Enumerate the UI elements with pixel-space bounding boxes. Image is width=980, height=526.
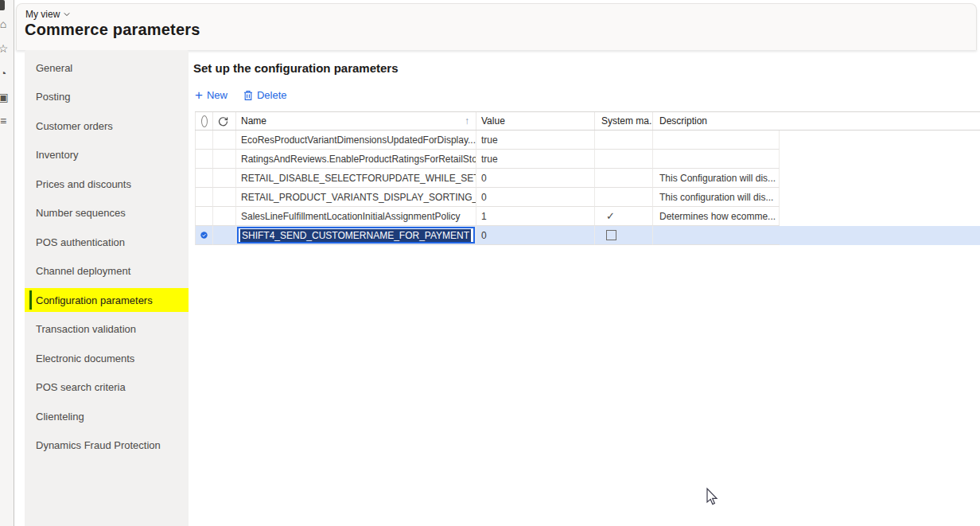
sidebar-item-inventory[interactable]: Inventory	[25, 143, 189, 167]
cell-description[interactable]: This Configuration will dis...	[653, 169, 780, 188]
cell-system-managed[interactable]	[595, 226, 653, 245]
cell-system-managed[interactable]	[595, 169, 653, 188]
column-header-system-managed-label: System ma...	[601, 115, 653, 127]
name-edit-input[interactable]: SHIFT4_SEND_CUSTOMERNAME_FOR_PAYMENT	[237, 227, 475, 244]
cell-name[interactable]: EcoResProductVariantDimensionsUpdatedFor…	[236, 131, 476, 150]
recent-clock-icon[interactable]: ◔	[0, 68, 12, 79]
sidebar-item-electronic-documents[interactable]: Electronic documents	[25, 346, 189, 370]
row-gutter-cell	[213, 169, 236, 188]
new-button-label: New	[207, 89, 228, 101]
sidebar-item-dynamics-fraud-protection[interactable]: Dynamics Fraud Protection	[25, 434, 189, 458]
row-selector-cell[interactable]	[195, 226, 213, 245]
table-row[interactable]: SalesLineFulfillmentLocationInitialAssig…	[195, 207, 980, 226]
sidebar-item-configuration-parameters[interactable]: Configuration parameters	[25, 288, 189, 312]
table-row[interactable]: RatingsAndReviews.EnableProductRatingsFo…	[195, 150, 980, 169]
cell-value[interactable]: 0	[476, 188, 595, 207]
column-header-system-managed[interactable]: System ma...	[595, 112, 653, 130]
column-header-name[interactable]: Name ↑	[236, 112, 476, 130]
cell-value[interactable]: true	[476, 150, 595, 169]
sidebar-nav: GeneralPostingCustomer ordersInventoryPr…	[25, 50, 189, 526]
row-gutter-cell	[213, 131, 236, 150]
sidebar-item-transaction-validation[interactable]: Transaction validation	[25, 318, 189, 341]
system-managed-checkbox[interactable]	[606, 230, 616, 240]
workspace-window-icon[interactable]: ▣	[0, 92, 12, 103]
favorites-star-icon[interactable]: ☆	[0, 43, 12, 54]
sidebar-item-clienteling[interactable]: Clienteling	[25, 404, 189, 428]
page-header-bar: My view Commerce parameters	[16, 3, 977, 50]
selected-text: SHIFT4_SEND_CUSTOMERNAME_FOR_PAYMENT	[240, 229, 471, 242]
cell-name[interactable]: RETAIL_PRODUCT_VARIANTS_DISPLAY_SORTING_…	[236, 188, 476, 207]
menu-icon[interactable]	[0, 0, 5, 10]
row-selector-cell[interactable]	[195, 207, 213, 226]
trash-icon	[243, 90, 253, 101]
cell-value[interactable]: 0	[476, 169, 595, 188]
cell-value[interactable]: true	[476, 131, 595, 150]
cell-description[interactable]	[653, 150, 780, 169]
column-header-description-label: Description	[659, 115, 707, 127]
sidebar-item-label: POS search criteria	[36, 381, 126, 393]
row-selector-cell[interactable]	[195, 131, 213, 150]
sidebar-item-label: Dynamics Fraud Protection	[36, 439, 161, 451]
refresh-icon	[218, 116, 228, 127]
sidebar-item-posting[interactable]: Posting	[25, 85, 189, 109]
row-gutter-cell	[213, 188, 236, 207]
sidebar-item-number-sequences[interactable]: Number sequences	[25, 201, 189, 225]
section-heading: Set up the configuration parameters	[193, 61, 399, 75]
refresh-header-cell[interactable]	[213, 112, 236, 130]
cell-description[interactable]: This configuration will dis...	[653, 188, 780, 207]
cell-value[interactable]: 0	[476, 226, 595, 245]
sidebar-item-general[interactable]: General	[25, 56, 189, 80]
sidebar-item-label: Configuration parameters	[36, 294, 153, 306]
modules-list-icon[interactable]: ≡	[0, 115, 12, 127]
selected-tab-marker	[29, 290, 32, 310]
cell-name[interactable]: RETAIL_DISABLE_SELECTFORUPDATE_WHILE_SET…	[236, 169, 476, 188]
system-managed-check-icon: ✓	[606, 210, 615, 222]
table-row[interactable]: EcoResProductVariantDimensionsUpdatedFor…	[195, 131, 980, 150]
cell-description[interactable]	[653, 226, 780, 245]
grid-body: EcoResProductVariantDimensionsUpdatedFor…	[195, 131, 980, 245]
plus-icon: +	[195, 90, 203, 100]
row-selector-cell[interactable]	[195, 150, 213, 169]
select-all-circle-icon[interactable]	[201, 115, 208, 127]
sidebar-item-channel-deployment[interactable]: Channel deployment	[25, 259, 189, 283]
row-selector-cell[interactable]	[195, 169, 213, 188]
cell-system-managed[interactable]: ✓	[595, 207, 653, 226]
cell-name[interactable]: SHIFT4_SEND_CUSTOMERNAME_FOR_PAYMENT	[236, 226, 476, 245]
cell-description[interactable]	[653, 131, 780, 150]
new-button[interactable]: + New	[195, 89, 228, 101]
sidebar-item-pos-authentication[interactable]: POS authentication	[25, 230, 189, 254]
cell-name[interactable]: RatingsAndReviews.EnableProductRatingsFo…	[236, 150, 476, 169]
sidebar-item-label: Channel deployment	[36, 265, 130, 277]
sidebar-item-pos-search-criteria[interactable]: POS search criteria	[25, 376, 189, 399]
row-selected-check-icon	[200, 229, 208, 241]
table-row[interactable]: RETAIL_DISABLE_SELECTFORUPDATE_WHILE_SET…	[195, 169, 980, 188]
cell-system-managed[interactable]	[595, 150, 653, 169]
table-row[interactable]: SHIFT4_SEND_CUSTOMERNAME_FOR_PAYMENT0	[195, 226, 980, 245]
delete-button[interactable]: Delete	[243, 89, 287, 101]
sidebar-item-customer-orders[interactable]: Customer orders	[25, 114, 189, 138]
select-all-header-cell[interactable]	[195, 112, 213, 130]
sidebar-item-label: Inventory	[36, 149, 78, 161]
config-parameters-grid: Name ↑ Value System ma... Description Ec…	[195, 111, 980, 245]
delete-button-label: Delete	[257, 89, 287, 101]
home-icon[interactable]: ⌂	[0, 18, 12, 29]
left-icon-rail: ⌂ ☆ ◔ ▣ ≡	[0, 0, 14, 526]
view-selector[interactable]: My view	[25, 9, 70, 20]
sidebar-item-label: Transaction validation	[36, 323, 136, 335]
row-selector-cell[interactable]	[195, 188, 213, 207]
table-row[interactable]: RETAIL_PRODUCT_VARIANTS_DISPLAY_SORTING_…	[195, 188, 980, 207]
cell-name[interactable]: SalesLineFulfillmentLocationInitialAssig…	[236, 207, 476, 226]
sidebar-item-label: Prices and discounts	[36, 178, 131, 190]
column-header-value-label: Value	[481, 115, 505, 127]
cell-system-managed[interactable]	[595, 188, 653, 207]
sidebar-item-prices-and-discounts[interactable]: Prices and discounts	[25, 172, 189, 196]
chevron-down-icon	[64, 11, 70, 18]
sidebar-item-label: Posting	[36, 91, 70, 103]
cell-system-managed[interactable]	[595, 131, 653, 150]
row-gutter-cell	[213, 150, 236, 169]
column-header-value[interactable]: Value	[476, 112, 595, 130]
column-header-description[interactable]: Description	[653, 112, 780, 130]
sidebar-item-label: Clienteling	[36, 411, 84, 423]
cell-value[interactable]: 1	[476, 207, 595, 226]
cell-description[interactable]: Determines how ecomme...	[653, 207, 780, 226]
